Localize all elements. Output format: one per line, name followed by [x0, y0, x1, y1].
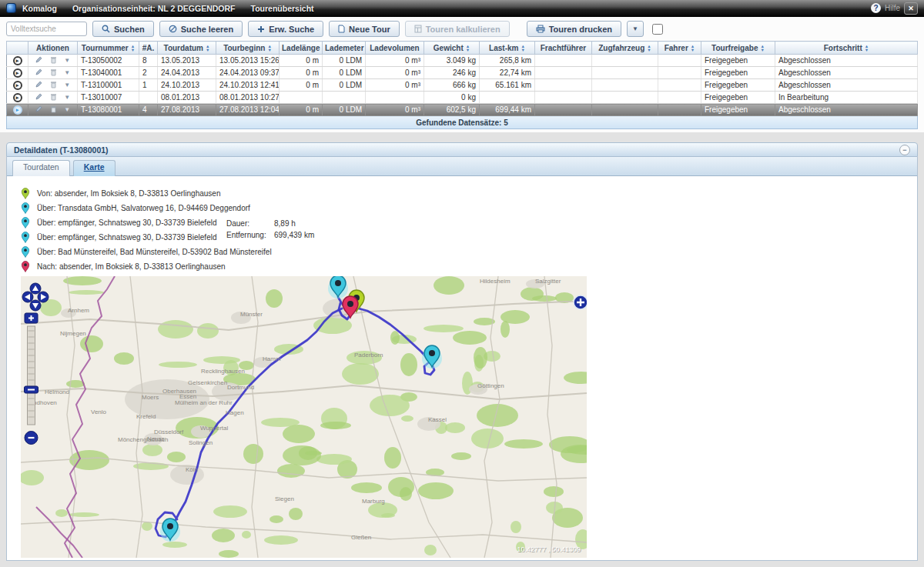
column-header-zugfahrzeug[interactable]: Zugfahrzeug▲▼ [592, 42, 658, 55]
print-tours-button[interactable]: Touren drucken [527, 21, 621, 37]
delete-icon[interactable] [50, 93, 57, 102]
edit-icon[interactable] [35, 56, 42, 65]
sort-icon[interactable]: ▲▼ [691, 45, 695, 52]
cell-anzahl: 1 [139, 79, 158, 92]
delete-icon[interactable] [50, 68, 57, 78]
cell-frachtfuehrer [535, 104, 592, 116]
tabstrip: Tourdaten Karte [7, 157, 917, 176]
expand-row-button[interactable]: ▸ [13, 105, 22, 115]
cell-tourbeginn: 27.08.2013 12:04 [216, 104, 280, 116]
cell-tourfreigabe: Freigegeben [701, 79, 775, 92]
delete-icon[interactable] [50, 56, 57, 65]
distance-label: Entfernung: [226, 231, 274, 239]
column-header-gewicht[interactable]: Gewicht▲▼ [424, 42, 480, 55]
waypoint-pin-icon [21, 187, 30, 201]
map-pin-bielefeld-nord[interactable] [328, 276, 348, 299]
search-input[interactable] [6, 22, 87, 36]
svg-text:Dortmund: Dortmund [227, 384, 254, 391]
waypoint-pin-icon [21, 245, 30, 259]
search-button[interactable]: Suchen [92, 21, 154, 37]
cell-ladevolumen [366, 92, 424, 104]
map-pin-bad-muenstereifel[interactable] [160, 519, 180, 542]
help-icon[interactable]: ? [871, 3, 881, 13]
delete-icon[interactable] [50, 105, 57, 115]
edit-icon[interactable] [35, 105, 42, 114]
cell-fahrer [658, 104, 701, 116]
window-close-button[interactable]: ✕ [904, 2, 918, 15]
distance-value: 699,439 km [274, 231, 314, 239]
cell-fahrer [658, 67, 701, 79]
sort-icon[interactable]: ▲▼ [865, 45, 869, 52]
delete-icon[interactable] [50, 81, 57, 90]
table-row[interactable]: ▸▼T-13080001427.08.201327.08.2013 12:040… [7, 104, 918, 116]
cell-lademeter: 0 LDM [323, 55, 366, 67]
column-header-tourdatum[interactable]: Tourdatum▲▼ [158, 42, 216, 55]
waypoint-item: Über: Transdata GmbH, Salvatorweg 16, D-… [21, 201, 917, 215]
table-row[interactable]: ▸▼T-13100001124.10.201324.10.2013 12:410… [7, 79, 918, 92]
sort-icon[interactable]: ▲▼ [466, 45, 470, 52]
calculate-tours-button[interactable]: Touren kalkulieren [405, 21, 510, 37]
map-canvas[interactable]: MünsterHammRecklinghausenGelsenkirchenOb… [21, 276, 587, 558]
sort-icon[interactable]: ▲▼ [760, 45, 764, 52]
sort-icon[interactable]: ▲▼ [267, 45, 271, 52]
column-header-lastkm[interactable]: Last-km▲▼ [480, 42, 535, 55]
column-header-tourfreigabe[interactable]: Tourfreigabe▲▼ [701, 42, 775, 55]
table-row[interactable]: ▸▼T-13050002813.05.201313.05.2013 15:260… [7, 55, 918, 67]
svg-text:Göttingen: Göttingen [477, 382, 504, 389]
expand-row-button[interactable]: ▸ [13, 81, 22, 90]
layer-switcher-button[interactable] [574, 295, 587, 309]
menu-item-tourenuebersicht[interactable]: Tourenübersicht [251, 4, 314, 13]
clear-search-button[interactable]: Suche leeren [159, 21, 243, 37]
sort-icon[interactable]: ▲▼ [131, 45, 135, 52]
svg-text:Helmond: Helmond [45, 389, 69, 395]
route-map[interactable]: MünsterHammRecklinghausenGelsenkirchenOb… [21, 276, 587, 558]
plus-icon [257, 25, 265, 33]
cell-lastkm: 265,8 km [480, 55, 535, 67]
tab-karte[interactable]: Karte [73, 160, 116, 176]
waypoint-label: Über: empfänger, Schnatsweg 30, D-33739 … [37, 233, 216, 242]
table-row[interactable]: ▸▼T-13040001224.04.201324.04.2013 09:370… [7, 67, 918, 79]
table-row[interactable]: ▸▼T-1301000708.01.201308.01.2013 10:270 … [7, 92, 918, 104]
circle-slash-icon [169, 25, 177, 33]
edit-icon[interactable] [35, 68, 42, 77]
help-label[interactable]: Hilfe [885, 4, 900, 12]
expand-row-button[interactable]: ▸ [13, 56, 22, 65]
sort-icon[interactable]: ▲▼ [206, 45, 209, 52]
edit-icon[interactable] [35, 81, 42, 89]
expand-row-button[interactable]: ▸ [13, 93, 22, 102]
column-header-ladelaenge: Ladelänge [280, 42, 323, 55]
column-header-ladevolumen: Ladevolumen [366, 42, 424, 55]
sort-icon[interactable]: ▲▼ [647, 45, 651, 52]
row-menu-icon[interactable]: ▼ [64, 69, 70, 76]
cell-lastkm [480, 92, 535, 104]
cell-lademeter: 0 LDM [323, 67, 366, 79]
row-menu-icon[interactable]: ▼ [64, 106, 70, 113]
column-header-fahrer[interactable]: Fahrer▲▼ [658, 42, 701, 55]
row-menu-icon[interactable]: ▼ [64, 57, 70, 64]
detail-header[interactable]: Detaildaten (T-13080001) − [6, 142, 918, 157]
collapse-detail-button[interactable]: − [899, 145, 910, 155]
cell-tourfreigabe: Freigegeben [701, 55, 775, 67]
advanced-search-button[interactable]: Erw. Suche [248, 21, 323, 37]
print-dropdown-button[interactable]: ▼ [627, 21, 644, 37]
splitter[interactable] [0, 132, 924, 142]
toolbar-checkbox[interactable] [652, 24, 663, 35]
cell-ladelaenge: 0 m [280, 55, 323, 67]
cell-lastkm: 699,44 km [480, 104, 535, 116]
row-menu-icon[interactable]: ▼ [64, 82, 70, 88]
cell-ladelaenge [280, 92, 323, 104]
menu-item-organisationseinheit[interactable]: Organisationseinheit: NL 2 DEGGENDORF [72, 4, 236, 13]
map-pin-ost-wegpunkt[interactable] [422, 345, 442, 369]
new-tour-button[interactable]: Neue Tour [329, 21, 400, 37]
column-header-tourbeginn[interactable]: Tourbeginn▲▼ [216, 42, 280, 55]
expand-row-button[interactable]: ▸ [13, 68, 22, 78]
cell-lademeter: 0 LDM [323, 104, 366, 116]
row-menu-icon[interactable]: ▼ [64, 94, 70, 101]
tab-tourdaten[interactable]: Tourdaten [12, 160, 70, 176]
column-header-fortschritt[interactable]: Fortschritt▲▼ [775, 42, 918, 55]
column-header-tournummer[interactable]: Tournummer▲▼ [78, 42, 139, 55]
edit-icon[interactable] [35, 93, 42, 102]
cell-zugfahrzeug [592, 55, 658, 67]
sort-icon[interactable]: ▲▼ [521, 45, 524, 52]
menu-item-komalog[interactable]: Komalog [22, 4, 57, 13]
